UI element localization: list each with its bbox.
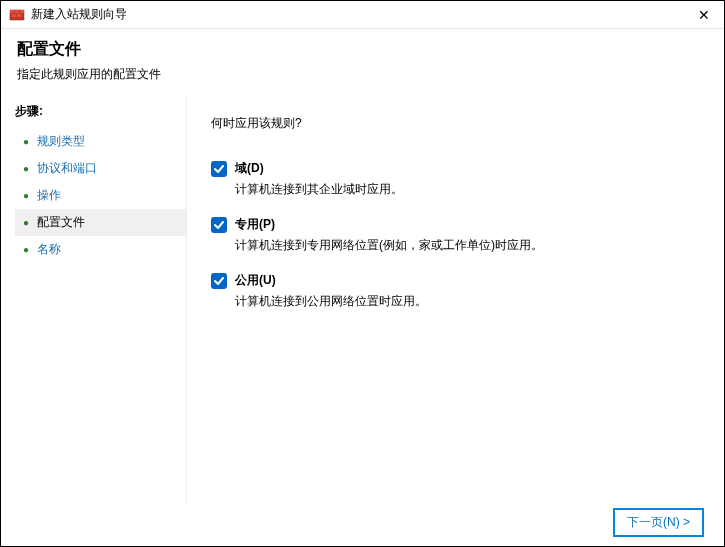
step-label: 规则类型: [37, 133, 85, 150]
profile-description: 计算机连接到其企业域时应用。: [235, 181, 700, 198]
step-item-2[interactable]: ●操作: [15, 182, 186, 209]
page-subtitle: 指定此规则应用的配置文件: [17, 66, 708, 83]
step-bullet-icon: ●: [21, 191, 31, 201]
step-bullet-icon: ●: [21, 218, 31, 228]
content-question: 何时应用该规则?: [211, 115, 700, 132]
steps-sidebar: 步骤: ●规则类型●协议和端口●操作●配置文件●名称: [1, 95, 186, 506]
next-button-label: 下一页(N) >: [627, 514, 690, 531]
profile-description: 计算机连接到专用网络位置(例如，家或工作单位)时应用。: [235, 237, 700, 254]
wizard-content: 何时应用该规则? 域(D)计算机连接到其企业域时应用。专用(P)计算机连接到专用…: [186, 95, 724, 506]
profile-label: 专用(P): [235, 216, 275, 233]
step-item-3[interactable]: ●配置文件: [15, 209, 186, 236]
svg-rect-3: [20, 10, 24, 13]
steps-heading: 步骤:: [15, 103, 186, 120]
profile-row: 公用(U): [211, 272, 700, 289]
svg-rect-4: [12, 14, 16, 17]
profile-row: 域(D): [211, 160, 700, 177]
profile-checkbox[interactable]: [211, 273, 227, 289]
profile-checkbox[interactable]: [211, 161, 227, 177]
profile-label: 域(D): [235, 160, 264, 177]
step-bullet-icon: ●: [21, 245, 31, 255]
profile-option-2: 公用(U)计算机连接到公用网络位置时应用。: [211, 272, 700, 310]
wizard-header: 配置文件 指定此规则应用的配置文件: [1, 29, 724, 95]
wizard-body: 步骤: ●规则类型●协议和端口●操作●配置文件●名称 何时应用该规则? 域(D)…: [1, 95, 724, 506]
page-title: 配置文件: [17, 39, 708, 60]
profile-checkbox[interactable]: [211, 217, 227, 233]
svg-rect-5: [17, 14, 21, 17]
step-label: 协议和端口: [37, 160, 97, 177]
step-item-4[interactable]: ●名称: [15, 236, 186, 263]
step-label: 配置文件: [37, 214, 85, 231]
step-item-0[interactable]: ●规则类型: [15, 128, 186, 155]
close-button[interactable]: ✕: [692, 3, 716, 27]
step-bullet-icon: ●: [21, 164, 31, 174]
window-title: 新建入站规则向导: [31, 6, 692, 23]
next-button[interactable]: 下一页(N) >: [613, 508, 704, 537]
firewall-icon: [9, 7, 25, 23]
svg-rect-1: [10, 10, 14, 13]
step-label: 名称: [37, 241, 61, 258]
profile-option-1: 专用(P)计算机连接到专用网络位置(例如，家或工作单位)时应用。: [211, 216, 700, 254]
profile-description: 计算机连接到公用网络位置时应用。: [235, 293, 700, 310]
titlebar: 新建入站规则向导 ✕: [1, 1, 724, 29]
profile-option-0: 域(D)计算机连接到其企业域时应用。: [211, 160, 700, 198]
profile-row: 专用(P): [211, 216, 700, 233]
profile-label: 公用(U): [235, 272, 276, 289]
step-bullet-icon: ●: [21, 137, 31, 147]
step-label: 操作: [37, 187, 61, 204]
svg-rect-2: [15, 10, 19, 13]
step-item-1[interactable]: ●协议和端口: [15, 155, 186, 182]
wizard-footer: 下一页(N) >: [1, 498, 724, 546]
